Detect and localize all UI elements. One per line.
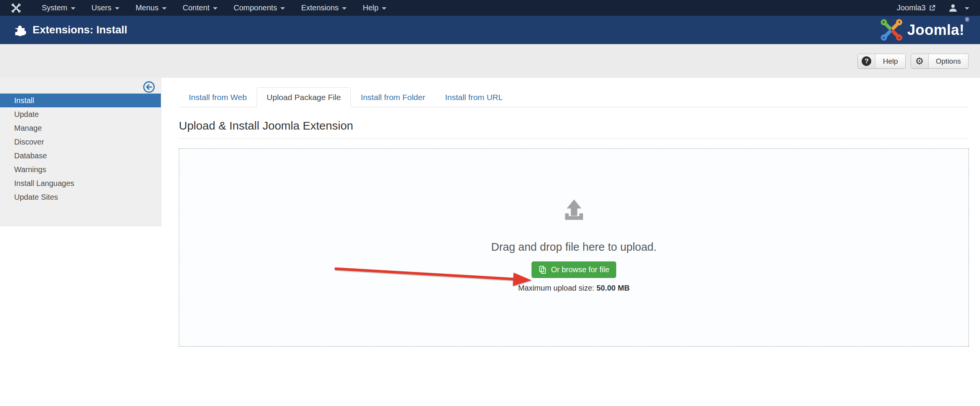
tab-install-from-folder[interactable]: Install from Folder xyxy=(351,87,435,107)
tab-upload-package-file[interactable]: Upload Package File xyxy=(257,87,351,107)
page-header: Extensions: Install Joomla!® xyxy=(0,16,980,44)
menu-help-label: Help xyxy=(363,3,378,12)
arrow-left-circle-icon xyxy=(143,81,155,93)
help-icon: ? xyxy=(858,54,875,68)
menu-components-label: Components xyxy=(234,3,277,12)
sidebar-item-install[interactable]: Install xyxy=(0,94,161,107)
menu-menus[interactable]: Menus xyxy=(128,0,175,16)
browse-for-file-button[interactable]: Or browse for file xyxy=(532,261,616,278)
max-upload-size-text: Maximum upload size: 50.00 MB xyxy=(518,284,630,293)
options-button-label: Options xyxy=(929,54,968,68)
menu-components[interactable]: Components xyxy=(226,0,293,16)
menu-content[interactable]: Content xyxy=(175,0,226,16)
sidebar-collapse-button[interactable] xyxy=(143,81,155,93)
admin-top-bar: System Users Menus Content Components Ex… xyxy=(0,0,980,16)
sidebar-item-label: Warnings xyxy=(14,165,46,174)
sidebar-item-manage[interactable]: Manage xyxy=(0,121,161,135)
upload-icon xyxy=(561,198,587,224)
puzzle-piece-icon xyxy=(14,24,26,36)
sidebar-item-install-languages[interactable]: Install Languages xyxy=(0,176,161,190)
menu-users[interactable]: Users xyxy=(83,0,128,16)
page-title: Extensions: Install xyxy=(33,24,127,36)
tab-install-from-url[interactable]: Install from URL xyxy=(435,87,513,107)
sidebar-item-warnings[interactable]: Warnings xyxy=(0,163,161,176)
menu-extensions-label: Extensions xyxy=(301,3,339,12)
chevron-down-icon xyxy=(213,7,218,10)
brand-wordmark: Joomla!® xyxy=(907,22,969,38)
sidebar-item-label: Install xyxy=(14,96,34,105)
chevron-down-icon xyxy=(342,7,347,10)
sidebar-item-update-sites[interactable]: Update Sites xyxy=(0,190,161,204)
chevron-down-icon xyxy=(382,7,386,10)
chevron-down-icon xyxy=(965,7,969,10)
sidebar: Install Update Manage Discover Database … xyxy=(0,78,161,226)
joomla-emblem-icon xyxy=(11,3,21,13)
chevron-down-icon xyxy=(280,7,285,10)
site-preview-link[interactable]: Joomla3 xyxy=(897,3,936,12)
copy-file-icon xyxy=(538,266,547,274)
sidebar-item-update[interactable]: Update xyxy=(0,107,161,121)
menu-content-label: Content xyxy=(183,3,209,12)
menu-menus-label: Menus xyxy=(136,3,159,12)
menu-system-label: System xyxy=(42,3,67,12)
menu-extensions[interactable]: Extensions xyxy=(293,0,355,16)
joomla-mark-icon xyxy=(880,19,903,41)
registered-mark: ® xyxy=(965,16,969,23)
sidebar-item-label: Install Languages xyxy=(14,179,74,187)
main-content: Install from Web Upload Package File Ins… xyxy=(161,78,980,347)
chevron-down-icon xyxy=(115,7,119,10)
drag-drop-text: Drag and drop file here to upload. xyxy=(491,241,656,253)
upload-dropzone[interactable]: Drag and drop file here to upload. Or br… xyxy=(179,148,969,347)
section-heading: Upload & Install Joomla Extension xyxy=(179,119,969,139)
site-name-label: Joomla3 xyxy=(897,3,926,12)
options-button[interactable]: ⚙ Options xyxy=(911,54,969,69)
joomla-logo: Joomla!® xyxy=(880,19,969,41)
menu-system[interactable]: System xyxy=(34,0,83,16)
menu-help[interactable]: Help xyxy=(355,0,394,16)
menu-users-label: Users xyxy=(92,3,111,12)
install-tabs: Install from Web Upload Package File Ins… xyxy=(179,87,969,107)
help-button[interactable]: ? Help xyxy=(857,54,905,69)
sidebar-menu: Install Update Manage Discover Database … xyxy=(0,78,161,204)
gear-icon: ⚙ xyxy=(911,54,929,68)
user-icon xyxy=(949,3,957,12)
sidebar-item-label: Database xyxy=(14,151,47,160)
tab-install-from-web[interactable]: Install from Web xyxy=(179,87,257,107)
sidebar-item-label: Update Sites xyxy=(14,193,58,201)
help-button-label: Help xyxy=(875,54,905,68)
admin-menu: System Users Menus Content Components Ex… xyxy=(34,0,394,16)
user-menu[interactable] xyxy=(949,3,969,12)
sidebar-item-discover[interactable]: Discover xyxy=(0,135,161,149)
toolbar-strip: ? Help ⚙ Options xyxy=(0,44,980,78)
sidebar-item-label: Update xyxy=(14,110,39,118)
browse-button-label: Or browse for file xyxy=(551,265,609,274)
max-upload-size-value: 50.00 MB xyxy=(596,284,630,292)
sidebar-item-database[interactable]: Database xyxy=(0,149,161,163)
external-link-icon xyxy=(929,5,936,11)
chevron-down-icon xyxy=(71,7,75,10)
sidebar-item-label: Manage xyxy=(14,124,42,132)
sidebar-item-label: Discover xyxy=(14,138,44,146)
chevron-down-icon xyxy=(162,7,167,10)
